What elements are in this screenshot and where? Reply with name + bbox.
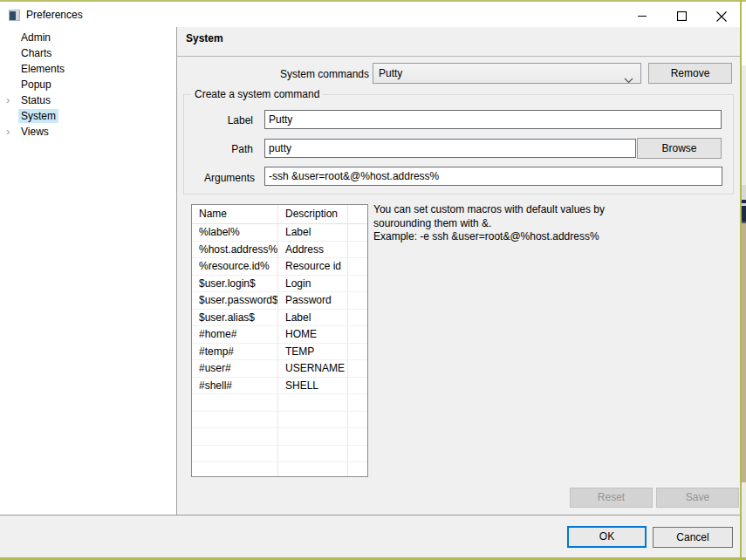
macro-extra-cell: [348, 258, 367, 275]
table-row[interactable]: $user.alias$Label: [192, 310, 367, 327]
arguments-input[interactable]: [264, 167, 722, 186]
column-header-name[interactable]: Name: [192, 205, 278, 223]
remove-button[interactable]: Remove: [648, 63, 732, 84]
sidebar-item-label: Views: [18, 125, 51, 139]
table-row-empty[interactable]: [192, 412, 367, 429]
preferences-window: Preferences AdminChartsElementsPopup›Sta…: [0, 0, 746, 560]
background-window-strip: [742, 2, 746, 65]
table-row-empty[interactable]: [192, 428, 367, 446]
sidebar-item-system[interactable]: System: [0, 108, 176, 124]
macro-description-cell: Label: [278, 310, 348, 326]
chevron-down-icon: [624, 71, 633, 90]
macro-description-cell: [278, 428, 348, 445]
table-row[interactable]: $user.login$Login: [192, 276, 367, 293]
app-icon: [9, 10, 20, 21]
macro-description-cell: Label: [278, 224, 348, 241]
chevron-right-icon[interactable]: ›: [6, 92, 17, 107]
macro-name-cell: $user.alias$: [192, 310, 278, 326]
macros-table[interactable]: Name Description %label%Label%host.addre…: [191, 204, 368, 477]
macro-extra-cell: [348, 224, 367, 241]
macro-description-cell: SHELL: [278, 378, 348, 394]
macro-extra-cell: [348, 242, 367, 258]
path-field-label: Path: [166, 143, 253, 155]
macro-description-cell: Login: [278, 276, 348, 292]
macro-extra-cell: [348, 394, 367, 411]
macro-description-cell: HOME: [278, 326, 348, 343]
macro-name-cell: $user.password$: [192, 292, 278, 309]
sidebar-tree: AdminChartsElementsPopup›StatusSystem›Vi…: [0, 30, 176, 140]
macro-description-cell: Resource id: [278, 258, 348, 275]
macros-table-header: Name Description: [192, 205, 367, 224]
macro-name-cell: #user#: [192, 360, 278, 377]
table-row-empty[interactable]: [192, 446, 367, 463]
arguments-field-label: Arguments: [166, 172, 255, 184]
macros-table-body: %label%Label%host.address%Address%resour…: [192, 224, 367, 477]
macro-extra-cell: [348, 360, 367, 377]
sidebar-item-label: Elements: [18, 62, 67, 76]
table-row-empty[interactable]: [192, 462, 367, 477]
macro-extra-cell: [348, 326, 367, 343]
table-row[interactable]: #home#HOME: [192, 326, 367, 344]
system-commands-combobox[interactable]: Putty: [373, 63, 641, 84]
sidebar: AdminChartsElementsPopup›StatusSystem›Vi…: [0, 27, 176, 515]
minimize-button[interactable]: [623, 3, 662, 29]
sidebar-item-label: Status: [18, 93, 53, 107]
window-title: Preferences: [26, 9, 83, 21]
macro-name-cell: [192, 462, 278, 477]
macro-name-cell: #temp#: [192, 344, 278, 360]
cancel-button[interactable]: Cancel: [653, 527, 733, 548]
maximize-button[interactable]: [662, 3, 702, 29]
label-field-label: Label: [166, 114, 253, 126]
minimize-icon: [638, 11, 647, 21]
background-window-strip: [742, 200, 746, 203]
macro-name-cell: [192, 412, 278, 428]
reset-button[interactable]: Reset: [570, 488, 653, 508]
ok-button[interactable]: OK: [567, 526, 647, 548]
sidebar-item-label: Admin: [18, 31, 53, 44]
close-icon: [716, 11, 727, 22]
sidebar-item-popup[interactable]: Popup: [0, 77, 176, 92]
sidebar-item-elements[interactable]: Elements: [0, 61, 176, 77]
save-button[interactable]: Save: [656, 488, 739, 508]
macro-name-cell: [192, 428, 278, 445]
browse-button[interactable]: Browse: [637, 138, 722, 159]
table-row[interactable]: %host.address%Address: [192, 242, 367, 259]
sidebar-item-admin[interactable]: Admin: [0, 30, 176, 45]
macro-name-cell: %resource.id%: [192, 258, 278, 275]
macro-extra-cell: [348, 292, 367, 309]
sidebar-item-status[interactable]: ›Status: [0, 92, 176, 108]
background-window-strip: [742, 206, 746, 222]
sidebar-item-views[interactable]: ›Views: [0, 124, 176, 140]
macro-name-cell: $user.login$: [192, 276, 278, 292]
path-input[interactable]: [264, 139, 636, 158]
label-input[interactable]: [264, 110, 722, 129]
titlebar[interactable]: Preferences: [0, 2, 740, 27]
table-row[interactable]: #temp#TEMP: [192, 344, 367, 361]
system-commands-label: System commands: [218, 68, 369, 80]
table-row-empty[interactable]: [192, 394, 367, 412]
table-row[interactable]: #shell#SHELL: [192, 378, 367, 395]
table-row[interactable]: %label%Label: [192, 224, 367, 242]
maximize-icon: [677, 11, 687, 21]
column-header-description[interactable]: Description: [278, 205, 348, 223]
macro-description-cell: [278, 446, 348, 462]
table-row[interactable]: %resource.id%Resource id: [192, 258, 367, 276]
sidebar-item-label: System: [18, 109, 58, 123]
macro-extra-cell: [348, 412, 367, 428]
page-title: System: [186, 32, 223, 44]
background-window-strip: [742, 65, 746, 185]
macro-help-text: You can set custom macros with default v…: [373, 203, 722, 244]
sidebar-item-label: Popup: [18, 78, 54, 92]
close-button[interactable]: [702, 3, 741, 29]
macro-name-cell: #shell#: [192, 378, 278, 394]
table-row[interactable]: #user#USERNAME: [192, 360, 367, 378]
system-commands-value: Putty: [379, 67, 402, 79]
chevron-right-icon[interactable]: ›: [6, 124, 17, 139]
background-window-strip: [742, 482, 746, 557]
header-rule: [177, 56, 740, 57]
table-row[interactable]: $user.password$Password: [192, 292, 367, 310]
help-line-3: Example: -e ssh &user=root&@%host.addres…: [373, 230, 722, 244]
sidebar-item-label: Charts: [18, 46, 54, 60]
macro-extra-cell: [348, 310, 367, 326]
sidebar-item-charts[interactable]: Charts: [0, 45, 176, 61]
